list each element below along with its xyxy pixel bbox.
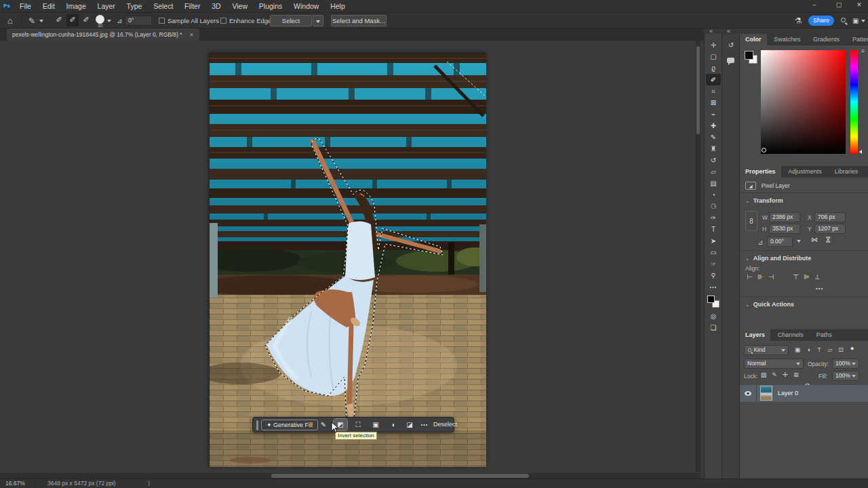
checkbox-icon[interactable] [220, 18, 226, 24]
y-input[interactable]: 1207 px [814, 224, 846, 234]
menu-window[interactable]: Window [289, 0, 323, 12]
filter-shape-layers-icon[interactable]: ▱ [825, 346, 835, 353]
quick-actions-header[interactable]: ⌄Quick Actions [745, 300, 794, 308]
create-mask-icon[interactable]: ▣ [369, 419, 382, 430]
workspace-chevron-icon[interactable] [861, 20, 865, 22]
zoom-level[interactable]: 16.67% [5, 479, 25, 488]
tool-selection-brush[interactable]: ✐ [706, 74, 721, 85]
link-dimensions-icon[interactable]: 8 [745, 211, 757, 231]
tool-clone-stamp[interactable]: ♜ [706, 143, 721, 155]
menu-file[interactable]: File [15, 0, 36, 12]
preview-flask-icon[interactable]: ⚗ [795, 14, 802, 28]
tab-layers[interactable]: Layers [740, 329, 770, 341]
lock-artboard-icon[interactable]: ⊞ [791, 371, 801, 378]
tool-eyedropper[interactable]: ⌁ [706, 108, 721, 120]
add-selection-mode-icon[interactable]: ✐ [66, 14, 79, 26]
maximize-button[interactable]: ▢ [831, 0, 846, 11]
filter-pixel-layers-icon[interactable]: ▣ [793, 346, 802, 353]
angle-chevron-icon[interactable] [797, 240, 801, 243]
fill-selection-icon[interactable]: ◪ [403, 419, 416, 430]
tool-zoom[interactable]: ⚲ [706, 270, 721, 281]
select-subject-dropdown[interactable] [313, 15, 323, 26]
align-right-icon[interactable]: ⊣ [767, 273, 776, 281]
tab-patterns[interactable]: Patterns [847, 34, 868, 45]
foreground-color-swatch[interactable] [707, 296, 715, 303]
filter-adjustment-layers-icon[interactable]: ◑ [804, 346, 813, 353]
filter-type-layers-icon[interactable]: T [814, 346, 824, 353]
fill-select[interactable]: 100% [832, 371, 859, 381]
home-icon[interactable]: ⌂ [7, 14, 13, 28]
generative-fill-button[interactable]: ✦ Generative Fill [261, 420, 318, 430]
align-center-v-icon[interactable]: ⊫ [802, 273, 811, 281]
menu-type[interactable]: Type [122, 0, 147, 12]
saturation-square[interactable] [761, 50, 846, 154]
angle-input[interactable]: 0.00° [767, 237, 793, 247]
adjustment-icon[interactable]: ◑ [386, 419, 399, 430]
horizontal-scrollbar[interactable] [0, 473, 701, 479]
vertical-scrollbar-thumb[interactable] [696, 46, 700, 134]
minimize-button[interactable]: – [807, 0, 822, 11]
menu-3d[interactable]: 3D [207, 0, 225, 12]
align-top-icon[interactable]: ⊤ [791, 273, 800, 281]
opacity-select[interactable]: 100% [832, 359, 859, 369]
tab-swatches[interactable]: Swatches [768, 34, 806, 45]
layer-visibility-eye-icon[interactable] [745, 391, 751, 396]
taskbar-grip-handle[interactable] [256, 420, 258, 430]
document-canvas[interactable] [209, 53, 486, 466]
tab-close-icon[interactable]: ✕ [189, 32, 194, 38]
modify-selection-icon[interactable]: ✎ [317, 419, 330, 430]
select-and-mask-button[interactable]: Select and Mask... [331, 15, 387, 26]
tool-preset-chevron-icon[interactable] [39, 20, 43, 22]
deselect-button[interactable]: Deselect [433, 421, 457, 428]
layer-row[interactable]: Layer 0 [740, 385, 868, 402]
sample-all-layers-checkbox[interactable]: Sample All Layers [159, 13, 219, 28]
more-options-icon[interactable]: ••• [418, 419, 431, 430]
share-button[interactable]: Share [808, 16, 834, 26]
lock-position-icon[interactable]: ✛ [781, 371, 790, 378]
foreground-background-colors[interactable] [707, 296, 719, 308]
lock-paint-icon[interactable]: ✎ [770, 371, 779, 378]
subtract-selection-mode-icon[interactable]: ✐ [80, 14, 92, 26]
select-subject-button[interactable]: Select Subject [270, 15, 312, 26]
align-more-icon[interactable]: ••• [816, 285, 823, 291]
menu-image[interactable]: Image [62, 0, 91, 12]
hue-strip[interactable] [850, 50, 858, 154]
workspace-icon[interactable]: ▣ [852, 14, 859, 28]
tab-color[interactable]: Color [740, 34, 767, 45]
tool-brush[interactable]: ✎ [706, 131, 721, 143]
color-chips[interactable] [745, 51, 758, 64]
canvas-pasteboard[interactable]: ✦ Generative Fill ✎ ◩ ⛶ ▣ ◑ ◪ ••• Desele… [0, 41, 704, 479]
filter-toggle-icon[interactable]: ● [850, 345, 854, 352]
menu-view[interactable]: View [227, 0, 252, 12]
menu-plugins[interactable]: Plugins [254, 0, 287, 12]
tool-frame[interactable]: ⊠ [706, 97, 721, 108]
lock-transparency-icon[interactable]: ▨ [759, 371, 768, 378]
tool-lasso[interactable]: ϱ [706, 62, 721, 74]
tool-gradient[interactable]: ▤ [706, 178, 721, 189]
align-distribute-header[interactable]: ⌄Align and Distribute [745, 254, 811, 262]
brush-size-chevron-icon[interactable] [107, 20, 111, 22]
tool-path-select[interactable]: ➤ [706, 235, 721, 247]
tab-gradients[interactable]: Gradients [808, 34, 845, 45]
flip-horizontal-icon[interactable]: ⋈ [811, 236, 818, 243]
comments-panel-icon[interactable] [727, 58, 734, 63]
tool-type[interactable]: T [706, 224, 721, 235]
search-icon[interactable] [841, 18, 846, 22]
hue-slider-marker[interactable] [859, 150, 862, 154]
status-chevron-icon[interactable]: ⟩ [148, 479, 150, 488]
tab-paths[interactable]: Paths [811, 329, 837, 341]
screen-mode-icon[interactable]: ❏ [706, 322, 721, 333]
flip-vertical-icon[interactable]: ⋈ [825, 237, 832, 243]
tab-channels[interactable]: Channels [772, 329, 809, 341]
tab-properties[interactable]: Properties [740, 166, 781, 178]
menu-edit[interactable]: Edit [38, 0, 60, 12]
tool-hand[interactable]: ☞ [706, 258, 721, 270]
tool-move[interactable]: ✛ [706, 39, 721, 51]
menu-select[interactable]: Select [149, 0, 178, 12]
angle-input[interactable]: 0° [125, 16, 152, 26]
close-button[interactable]: ✕ [852, 0, 867, 11]
tool-dodge[interactable]: ⚆ [706, 201, 721, 212]
x-input[interactable]: 706 px [814, 212, 846, 222]
menu-help[interactable]: Help [326, 0, 350, 12]
blend-mode-select[interactable]: Normal [744, 359, 804, 369]
